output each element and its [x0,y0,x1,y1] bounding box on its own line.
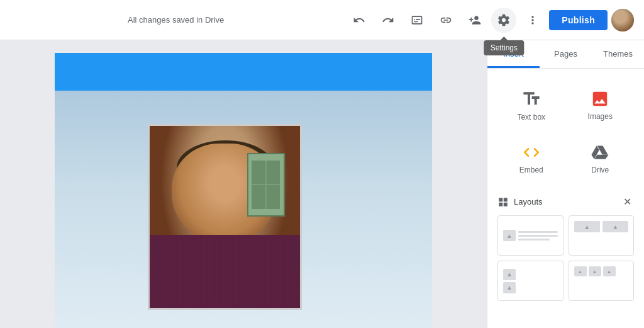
redo-button[interactable] [375,8,401,33]
tab-pages[interactable]: Pages [540,40,592,68]
layouts-icon [497,196,509,208]
main-area: Insert Pages Themes Text box [0,40,644,328]
text-box-label: Text box [517,113,545,122]
layout-thumb-2[interactable]: ▲ ▲ [569,215,635,256]
settings-button[interactable] [491,8,516,33]
layout-lines-1 [518,231,558,240]
insert-panel: Text box Images [487,69,644,328]
layout-img-icon-4c: ▲ [607,269,612,274]
layout-img-1: ▲ [503,230,516,241]
avatar-image [611,9,634,31]
layout-img-2a: ▲ [574,221,600,232]
insert-grid: Text box Images [497,79,634,184]
layout-img-4c: ▲ [603,266,616,276]
text-icon [521,89,541,109]
avatar[interactable] [611,9,634,31]
undo-button[interactable] [347,8,372,33]
window-pane [252,161,280,210]
insert-text-box[interactable]: Text box [497,79,565,132]
drive-icon [591,143,609,162]
link-button[interactable] [433,8,458,33]
saved-status: All changes saved in Drive [128,15,224,25]
tab-themes[interactable]: Themes [592,40,644,68]
layout-img-icon-3a: ▲ [506,271,513,278]
layout-img-3b: ▲ [503,282,516,293]
layouts-grid: ▲ ▲ [497,215,634,301]
line [518,235,558,237]
settings-tooltip-wrap: Settings [491,8,516,33]
embed-label: Embed [519,166,543,174]
layout-thumb-1[interactable]: ▲ [497,215,564,256]
insert-drive[interactable]: Drive [567,133,635,184]
sidebar: Insert Pages Themes Text box [487,40,644,328]
add-user-button[interactable] [462,8,487,33]
layout-img-icon-2a: ▲ [584,223,590,230]
tab-insert[interactable]: Insert [487,40,540,68]
layout-img-icon-2b: ▲ [612,223,618,230]
line [518,231,558,233]
site-canvas [55,53,432,328]
insert-embed[interactable]: Embed [497,133,565,184]
publish-button[interactable]: Publish [549,10,608,30]
image-icon [591,89,609,108]
pane-q2 [267,161,280,184]
toolbar-center: All changes saved in Drive [10,15,341,25]
person-shirt [150,235,300,308]
drive-label: Drive [591,166,609,174]
profile-photo [148,124,302,310]
layout-thumb-3[interactable]: ▲ ▲ [497,261,564,301]
layouts-section: Layouts ✕ ▲ [497,195,634,301]
bg-window [247,153,285,217]
canvas-area [0,40,487,328]
site-body [55,91,432,328]
layouts-close-button[interactable]: ✕ [621,195,634,209]
toolbar-right: Settings Publish [347,8,634,33]
insert-images[interactable]: Images [567,79,635,132]
layouts-title-row: Layouts [497,196,543,208]
toolbar: All changes saved in Drive [0,0,644,40]
site-header-bar [55,53,432,91]
pane-q4 [267,185,280,209]
images-label: Images [588,112,613,121]
layout-img-4a: ▲ [574,266,587,276]
preview-button[interactable] [404,8,430,33]
pane-q3 [252,185,265,209]
sidebar-tabs: Insert Pages Themes [487,40,644,69]
layout-img-icon-4a: ▲ [578,269,583,274]
pane-q1 [252,161,265,184]
more-options-button[interactable] [520,8,545,33]
layout-img-3a: ▲ [503,269,516,280]
layout-img-icon-4b: ▲ [592,269,597,274]
embed-icon [522,143,541,162]
layouts-header: Layouts ✕ [497,195,634,209]
layout-img-2b: ▲ [602,221,628,232]
layouts-title: Layouts [514,197,543,206]
layout-img-icon-3b: ▲ [506,284,513,291]
line [518,239,550,240]
layout-thumb-4[interactable]: ▲ ▲ ▲ [569,261,635,301]
layout-img-4b: ▲ [589,266,601,276]
layout-img-icon-1: ▲ [506,232,513,239]
